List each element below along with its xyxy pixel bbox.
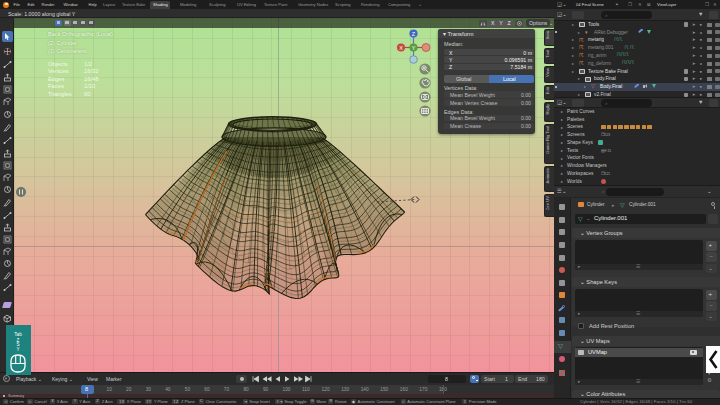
svg-text:Y: Y xyxy=(412,45,416,51)
svg-text:X: X xyxy=(399,45,403,51)
